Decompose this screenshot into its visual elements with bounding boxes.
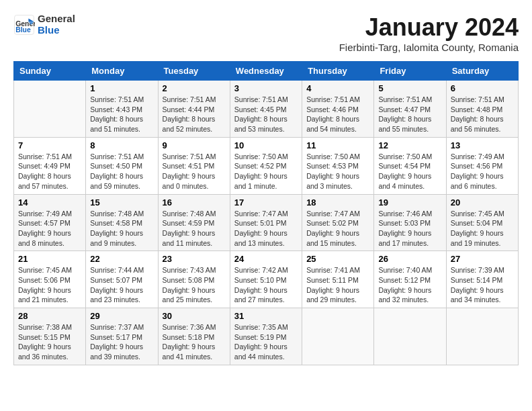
logo-blue: Blue	[38, 24, 60, 36]
day-cell: 29Sunrise: 7:37 AMSunset: 5:17 PMDayligh…	[86, 308, 158, 365]
day-cell: 27Sunrise: 7:39 AMSunset: 5:14 PMDayligh…	[446, 251, 518, 308]
day-cell: 30Sunrise: 7:36 AMSunset: 5:18 PMDayligh…	[158, 308, 230, 365]
day-cell: 19Sunrise: 7:46 AMSunset: 5:03 PMDayligh…	[374, 194, 446, 251]
day-cell	[374, 308, 446, 365]
day-cell: 10Sunrise: 7:50 AMSunset: 4:52 PMDayligh…	[230, 137, 302, 194]
day-cell: 21Sunrise: 7:45 AMSunset: 5:06 PMDayligh…	[14, 251, 86, 308]
day-cell: 31Sunrise: 7:35 AMSunset: 5:19 PMDayligh…	[230, 308, 302, 365]
day-number: 31	[234, 311, 298, 321]
header-cell-thursday: Thursday	[302, 62, 374, 81]
day-number: 22	[90, 254, 153, 264]
header-cell-tuesday: Tuesday	[158, 62, 230, 81]
header-row: SundayMondayTuesdayWednesdayThursdayFrid…	[14, 62, 519, 81]
day-number: 20	[451, 197, 514, 208]
logo-icon: General Blue	[13, 14, 35, 36]
day-info: Sunrise: 7:51 AMSunset: 4:49 PMDaylight:…	[18, 152, 81, 191]
day-number: 10	[234, 140, 298, 150]
header-cell-sunday: Sunday	[14, 62, 86, 81]
day-number: 4	[306, 83, 369, 93]
day-cell: 2Sunrise: 7:51 AMSunset: 4:44 PMDaylight…	[158, 81, 230, 138]
day-info: Sunrise: 7:50 AMSunset: 4:54 PMDaylight:…	[378, 152, 441, 191]
day-number: 14	[18, 197, 81, 208]
day-number: 13	[451, 140, 514, 150]
day-cell: 18Sunrise: 7:47 AMSunset: 5:02 PMDayligh…	[302, 194, 374, 251]
day-number: 18	[306, 197, 369, 208]
day-number: 29	[90, 311, 153, 321]
day-info: Sunrise: 7:44 AMSunset: 5:07 PMDaylight:…	[90, 265, 153, 305]
day-number: 3	[234, 83, 298, 93]
day-number: 9	[163, 140, 226, 150]
day-info: Sunrise: 7:50 AMSunset: 4:53 PMDaylight:…	[306, 152, 369, 191]
header-cell-friday: Friday	[374, 62, 446, 81]
day-info: Sunrise: 7:51 AMSunset: 4:48 PMDaylight:…	[451, 95, 514, 134]
day-cell: 4Sunrise: 7:51 AMSunset: 4:46 PMDaylight…	[302, 81, 374, 138]
day-info: Sunrise: 7:45 AMSunset: 5:06 PMDaylight:…	[18, 265, 81, 305]
day-info: Sunrise: 7:47 AMSunset: 5:02 PMDaylight:…	[306, 209, 369, 248]
week-row-4: 21Sunrise: 7:45 AMSunset: 5:06 PMDayligh…	[14, 251, 519, 308]
day-info: Sunrise: 7:49 AMSunset: 4:57 PMDaylight:…	[18, 209, 81, 248]
day-info: Sunrise: 7:39 AMSunset: 5:14 PMDaylight:…	[451, 265, 514, 305]
day-number: 30	[163, 311, 226, 321]
day-info: Sunrise: 7:38 AMSunset: 5:15 PMDaylight:…	[18, 322, 81, 362]
day-cell: 28Sunrise: 7:38 AMSunset: 5:15 PMDayligh…	[14, 308, 86, 365]
day-cell: 16Sunrise: 7:48 AMSunset: 4:59 PMDayligh…	[158, 194, 230, 251]
day-number: 7	[18, 140, 81, 150]
day-number: 16	[163, 197, 226, 208]
day-info: Sunrise: 7:40 AMSunset: 5:12 PMDaylight:…	[378, 265, 441, 305]
day-number: 1	[90, 83, 153, 93]
header-cell-wednesday: Wednesday	[230, 62, 302, 81]
day-info: Sunrise: 7:42 AMSunset: 5:10 PMDaylight:…	[234, 265, 298, 305]
day-info: Sunrise: 7:35 AMSunset: 5:19 PMDaylight:…	[234, 322, 298, 362]
day-cell: 20Sunrise: 7:45 AMSunset: 5:04 PMDayligh…	[446, 194, 518, 251]
svg-text:Blue: Blue	[15, 26, 31, 34]
day-cell: 23Sunrise: 7:43 AMSunset: 5:08 PMDayligh…	[158, 251, 230, 308]
day-info: Sunrise: 7:47 AMSunset: 5:01 PMDaylight:…	[234, 209, 298, 248]
header-cell-monday: Monday	[86, 62, 158, 81]
week-row-1: 1Sunrise: 7:51 AMSunset: 4:43 PMDaylight…	[14, 81, 519, 138]
day-cell	[302, 308, 374, 365]
calendar-table: SundayMondayTuesdayWednesdayThursdayFrid…	[13, 61, 519, 365]
day-info: Sunrise: 7:41 AMSunset: 5:11 PMDaylight:…	[306, 265, 369, 305]
day-cell: 3Sunrise: 7:51 AMSunset: 4:45 PMDaylight…	[230, 81, 302, 138]
day-cell: 1Sunrise: 7:51 AMSunset: 4:43 PMDaylight…	[86, 81, 158, 138]
day-info: Sunrise: 7:51 AMSunset: 4:43 PMDaylight:…	[90, 95, 153, 134]
day-info: Sunrise: 7:51 AMSunset: 4:47 PMDaylight:…	[378, 95, 441, 134]
day-cell: 17Sunrise: 7:47 AMSunset: 5:01 PMDayligh…	[230, 194, 302, 251]
day-number: 2	[163, 83, 226, 93]
day-info: Sunrise: 7:37 AMSunset: 5:17 PMDaylight:…	[90, 322, 153, 362]
title-area: January 2024 Fierbinti-Targ, Ialomita Co…	[339, 13, 519, 53]
day-number: 6	[451, 83, 514, 93]
day-cell: 24Sunrise: 7:42 AMSunset: 5:10 PMDayligh…	[230, 251, 302, 308]
day-cell: 8Sunrise: 7:51 AMSunset: 4:50 PMDaylight…	[86, 137, 158, 194]
day-info: Sunrise: 7:51 AMSunset: 4:44 PMDaylight:…	[163, 95, 226, 134]
day-number: 28	[18, 311, 81, 321]
day-cell: 22Sunrise: 7:44 AMSunset: 5:07 PMDayligh…	[86, 251, 158, 308]
day-number: 15	[90, 197, 153, 208]
day-cell: 11Sunrise: 7:50 AMSunset: 4:53 PMDayligh…	[302, 137, 374, 194]
day-info: Sunrise: 7:51 AMSunset: 4:51 PMDaylight:…	[163, 152, 226, 191]
day-cell: 12Sunrise: 7:50 AMSunset: 4:54 PMDayligh…	[374, 137, 446, 194]
day-cell: 5Sunrise: 7:51 AMSunset: 4:47 PMDaylight…	[374, 81, 446, 138]
day-cell: 7Sunrise: 7:51 AMSunset: 4:49 PMDaylight…	[14, 137, 86, 194]
logo: General Blue General Blue	[13, 13, 75, 36]
location-title: Fierbinti-Targ, Ialomita County, Romania	[339, 42, 519, 53]
day-info: Sunrise: 7:48 AMSunset: 4:58 PMDaylight:…	[90, 209, 153, 248]
header: General Blue General Blue January 2024 F…	[13, 13, 519, 53]
day-cell: 25Sunrise: 7:41 AMSunset: 5:11 PMDayligh…	[302, 251, 374, 308]
day-number: 12	[378, 140, 441, 150]
day-cell: 26Sunrise: 7:40 AMSunset: 5:12 PMDayligh…	[374, 251, 446, 308]
day-cell: 13Sunrise: 7:49 AMSunset: 4:56 PMDayligh…	[446, 137, 518, 194]
day-info: Sunrise: 7:51 AMSunset: 4:45 PMDaylight:…	[234, 95, 298, 134]
day-info: Sunrise: 7:45 AMSunset: 5:04 PMDaylight:…	[451, 209, 514, 248]
day-number: 21	[18, 254, 81, 264]
day-number: 8	[90, 140, 153, 150]
day-info: Sunrise: 7:51 AMSunset: 4:50 PMDaylight:…	[90, 152, 153, 191]
day-cell: 9Sunrise: 7:51 AMSunset: 4:51 PMDaylight…	[158, 137, 230, 194]
day-number: 19	[378, 197, 441, 208]
day-number: 11	[306, 140, 369, 150]
day-info: Sunrise: 7:48 AMSunset: 4:59 PMDaylight:…	[163, 209, 226, 248]
day-info: Sunrise: 7:50 AMSunset: 4:52 PMDaylight:…	[234, 152, 298, 191]
day-number: 27	[451, 254, 514, 264]
day-cell: 15Sunrise: 7:48 AMSunset: 4:58 PMDayligh…	[86, 194, 158, 251]
day-cell: 14Sunrise: 7:49 AMSunset: 4:57 PMDayligh…	[14, 194, 86, 251]
